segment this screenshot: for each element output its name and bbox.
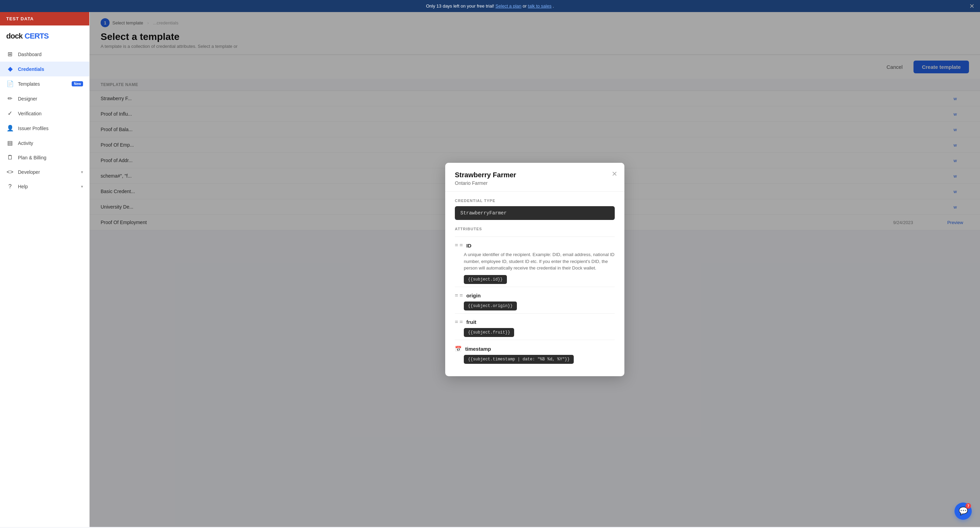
modal-title: Strawberry Farmer <box>455 171 615 179</box>
attr-description: A unique identifier of the recipient. Ex… <box>464 251 615 271</box>
attribute-origin: = = origin {{subject.origin}} <box>455 287 615 313</box>
credential-type-value: StrawberryFarmer <box>455 206 615 220</box>
attr-name: fruit <box>466 319 476 325</box>
templates-badge: New <box>72 81 83 86</box>
credential-type-label: CREDENTIAL TYPE <box>455 198 615 203</box>
sidebar-nav: ⊞ Dashboard ◆ Credentials 📄 Templates Ne… <box>0 44 89 527</box>
attr-name: ID <box>466 243 471 249</box>
logo-certs: CERTS <box>24 32 49 41</box>
calendar-icon: 📅 <box>455 346 462 352</box>
sidebar-item-credentials[interactable]: ◆ Credentials <box>0 62 89 76</box>
credentials-icon: ◆ <box>6 65 14 73</box>
org-bar: TEST DATA <box>0 12 89 25</box>
sidebar-item-label: Help <box>18 184 28 189</box>
credential-detail-modal: Strawberry Farmer Ontario Farmer ✕ CREDE… <box>445 163 624 376</box>
main-content: 1 Select template › ...credentials Selec… <box>89 12 980 527</box>
chevron-down-icon: ▾ <box>81 184 83 189</box>
sidebar-item-label: Templates <box>18 81 40 87</box>
attributes-section: ATTRIBUTES = = ID A unique identifier of… <box>455 227 615 366</box>
designer-icon: ✏ <box>6 95 14 102</box>
equals-icon: = = <box>455 319 463 325</box>
sidebar-item-plan-billing[interactable]: 🗒 Plan & Billing <box>0 151 89 165</box>
attr-code: {{subject.fruit}} <box>464 328 514 337</box>
help-icon: ? <box>6 183 14 190</box>
attr-code: {{subject.id}} <box>464 275 507 284</box>
sidebar-item-activity[interactable]: ▤ Activity <box>0 136 89 151</box>
attr-header: 📅 timestamp <box>455 346 615 352</box>
plan-billing-icon: 🗒 <box>6 154 14 161</box>
talk-to-sales-link[interactable]: talk to sales <box>528 3 552 9</box>
chevron-down-icon: ▾ <box>81 170 83 174</box>
attribute-fruit: = = fruit {{subject.fruit}} <box>455 313 615 340</box>
chat-badge: 7 <box>966 503 971 509</box>
attribute-id: = = ID A unique identifier of the recipi… <box>455 236 615 287</box>
sidebar-item-label: Verification <box>18 111 41 116</box>
sidebar-item-label: Credentials <box>18 67 44 72</box>
modal-header: Strawberry Farmer Ontario Farmer ✕ <box>445 163 624 192</box>
sidebar-item-dashboard[interactable]: ⊞ Dashboard <box>0 47 89 62</box>
select-plan-link[interactable]: Select a plan <box>495 3 521 9</box>
attr-name: timestamp <box>465 346 491 352</box>
sidebar-item-designer[interactable]: ✏ Designer <box>0 91 89 106</box>
sidebar: TEST DATA dock CERTS ⊞ Dashboard ◆ Crede… <box>0 12 89 527</box>
logo: dock CERTS <box>0 25 89 44</box>
modal-subtitle: Ontario Farmer <box>455 180 615 186</box>
activity-icon: ▤ <box>6 140 14 147</box>
modal-body: CREDENTIAL TYPE StrawberryFarmer ATTRIBU… <box>445 192 624 376</box>
trial-banner: Only 13 days left on your free trial! Se… <box>0 0 980 12</box>
sidebar-item-label: Activity <box>18 140 33 146</box>
banner-text: Only 13 days left on your free trial! Se… <box>426 3 554 9</box>
equals-icon: = = <box>455 242 463 249</box>
chat-bubble-button[interactable]: 💬 7 <box>955 503 972 520</box>
sidebar-item-label: Dashboard <box>18 52 42 57</box>
sidebar-item-label: Designer <box>18 96 37 101</box>
sidebar-item-templates[interactable]: 📄 Templates New <box>0 76 89 91</box>
attr-header: = = ID <box>455 242 615 249</box>
attr-code: {{subject.origin}} <box>464 301 517 311</box>
banner-close-button[interactable]: ✕ <box>969 2 975 10</box>
attr-header: = = origin <box>455 293 615 299</box>
sidebar-item-help[interactable]: ? Help ▾ <box>0 179 89 194</box>
attribute-timestamp: 📅 timestamp {{subject.timestamp | date: … <box>455 340 615 366</box>
developer-icon: <> <box>6 169 14 176</box>
attr-header: = = fruit <box>455 319 615 325</box>
sidebar-item-label: Plan & Billing <box>18 155 46 160</box>
dashboard-icon: ⊞ <box>6 51 14 58</box>
attr-name: origin <box>466 293 481 298</box>
sidebar-item-issuer-profiles[interactable]: 👤 Issuer Profiles <box>0 121 89 136</box>
attr-code: {{subject.timestamp | date: "%B %d, %Y"}… <box>464 355 574 364</box>
issuer-profiles-icon: 👤 <box>6 125 14 132</box>
sidebar-item-label: Developer <box>18 169 40 175</box>
modal-overlay: Strawberry Farmer Ontario Farmer ✕ CREDE… <box>89 12 980 527</box>
logo-dock: dock <box>6 32 22 41</box>
sidebar-item-label: Issuer Profiles <box>18 125 49 131</box>
sidebar-item-developer[interactable]: <> Developer ▾ <box>0 165 89 179</box>
org-label: TEST DATA <box>6 16 34 21</box>
attributes-label: ATTRIBUTES <box>455 227 615 231</box>
templates-icon: 📄 <box>6 80 14 87</box>
sidebar-item-verification[interactable]: ✓ Verification <box>0 106 89 121</box>
modal-close-button[interactable]: ✕ <box>612 170 617 178</box>
verification-icon: ✓ <box>6 110 14 117</box>
equals-icon: = = <box>455 293 463 299</box>
